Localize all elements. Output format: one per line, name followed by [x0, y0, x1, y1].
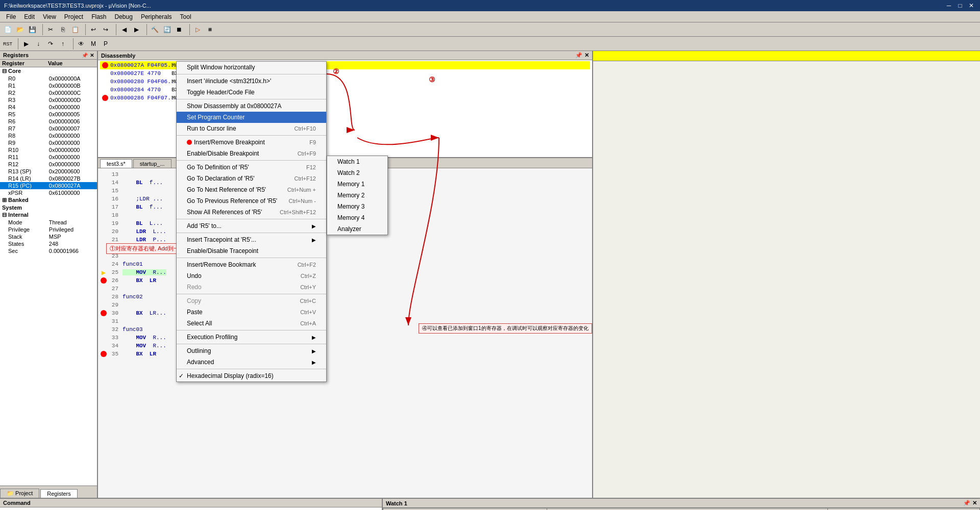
tab-test3s[interactable]: test3.s* — [100, 159, 132, 168]
undo-btn[interactable]: ↩ — [88, 24, 99, 35]
table-row[interactable]: R110x00000000 — [0, 154, 97, 161]
table-row[interactable]: Sec0.00001966 — [0, 247, 97, 254]
table-row[interactable]: R00x0000000A — [0, 75, 97, 82]
table-row[interactable]: PrivilegePrivileged — [0, 226, 97, 233]
nav-back-btn[interactable]: ◀ — [118, 24, 130, 35]
watch-dock-icon[interactable]: 📌 — [963, 500, 970, 506]
maximize-button[interactable]: □ — [955, 1, 965, 10]
ctx-goto-next-ref[interactable]: Go To Next Reference of 'R5' Ctrl+Num + — [177, 184, 326, 195]
ctx-goto-def[interactable]: Go To Definition of 'R5' F12 — [177, 162, 326, 173]
menu-edit[interactable]: Edit — [20, 12, 39, 21]
ctx-label: Show Disassembly at 0x0800027A — [187, 103, 281, 110]
menu-peripherals[interactable]: Peripherals — [137, 12, 176, 21]
run-btn[interactable]: ▶ — [20, 38, 32, 49]
menu-view[interactable]: View — [39, 12, 60, 21]
table-row[interactable]: R14 (LR)0x0800027B — [0, 175, 97, 182]
watch-btn[interactable]: 👁 — [76, 38, 87, 49]
table-row[interactable]: R120x00000000 — [0, 161, 97, 168]
disasm-close-icon[interactable]: ✕ — [584, 52, 589, 59]
ctx-insert-bp[interactable]: Insert/Remove Breakpoint F9 — [177, 137, 326, 148]
ctx-set-pc[interactable]: Set Program Counter — [177, 112, 326, 123]
nav-fwd-btn[interactable]: ▶ — [131, 24, 142, 35]
table-row-selected[interactable]: R15 (PC)0x0800027A — [0, 182, 97, 189]
open-btn[interactable]: 📂 — [14, 24, 26, 35]
table-row[interactable]: R50x00000005 — [0, 111, 97, 118]
build-btn[interactable]: 🔨 — [149, 24, 160, 35]
debug-start-btn[interactable]: ▷ — [192, 24, 203, 35]
ctx-label: Analyzer — [337, 225, 361, 233]
table-row[interactable]: ModeThread — [0, 219, 97, 226]
ctx-memory3[interactable]: Memory 3 — [327, 201, 387, 212]
new-file-btn[interactable]: 📄 — [2, 24, 13, 35]
step-over-btn[interactable]: ↷ — [45, 38, 56, 49]
ctx-insert-tracepoint[interactable]: Insert Tracepoint at 'R5'... — [177, 234, 326, 245]
ctx-enable-bp[interactable]: Enable/Disable Breakpoint Ctrl+F9 — [177, 148, 326, 159]
menu-debug[interactable]: Debug — [111, 12, 137, 21]
ctx-select-all[interactable]: Select All Ctrl+A — [177, 318, 326, 329]
table-row[interactable]: R30x0000000D — [0, 96, 97, 104]
ctx-insert-include[interactable]: Insert '#include <stm32f10x.h>' — [177, 75, 326, 87]
rebuild-btn[interactable]: 🔄 — [161, 24, 173, 35]
ctx-advanced[interactable]: Advanced — [177, 356, 326, 368]
watch-close-icon[interactable]: ✕ — [972, 500, 977, 506]
cut-btn[interactable]: ✂ — [45, 24, 56, 35]
step-btn[interactable]: ↓ — [33, 38, 44, 49]
menu-file[interactable]: File — [2, 12, 20, 21]
ctx-undo[interactable]: Undo Ctrl+Z — [177, 270, 326, 282]
debug-stop-btn[interactable]: ◾ — [204, 24, 215, 35]
table-row[interactable]: StackMSP — [0, 233, 97, 240]
table-row[interactable]: R100x00000000 — [0, 146, 97, 154]
ctx-analyzer[interactable]: Analyzer — [327, 223, 387, 235]
tab-project[interactable]: 📁 Project — [0, 489, 39, 498]
command-title: Command — [3, 500, 31, 506]
disasm-dock-icon[interactable]: 📌 — [575, 52, 582, 59]
menu-project[interactable]: Project — [60, 12, 87, 21]
menu-flash[interactable]: Flash — [87, 12, 110, 21]
save-btn[interactable]: 💾 — [27, 24, 38, 35]
redo-btn[interactable]: ↪ — [100, 24, 111, 35]
stop-btn[interactable]: ⏹ — [174, 24, 185, 35]
table-row[interactable]: R80x00000000 — [0, 132, 97, 139]
ctx-goto-decl[interactable]: Go To Declaration of 'R5' Ctrl+F12 — [177, 173, 326, 184]
ctx-paste[interactable]: Paste Ctrl+V — [177, 307, 326, 318]
table-row[interactable]: xPSR0x61000000 — [0, 189, 97, 196]
table-row[interactable]: R70x00000007 — [0, 125, 97, 132]
ctx-outlining[interactable]: Outlining — [177, 345, 326, 356]
ctx-watch2[interactable]: Watch 2 — [327, 167, 387, 178]
perf-btn[interactable]: P — [100, 38, 111, 49]
table-row[interactable]: R10x0000000B — [0, 82, 97, 89]
ctx-goto-prev-ref[interactable]: Go To Previous Reference of 'R5' Ctrl+Nu… — [177, 195, 326, 207]
ctx-hex-display[interactable]: ✓ Hexadecimal Display (radix=16) — [177, 370, 326, 381]
ctx-run-cursor[interactable]: Run to Cursor line Ctrl+F10 — [177, 123, 326, 134]
ctx-exec-profiling[interactable]: Execution Profiling — [177, 332, 326, 343]
close-button[interactable]: ✕ — [967, 1, 976, 10]
mem-btn[interactable]: M — [88, 38, 99, 49]
ctx-watch1[interactable]: Watch 1 — [327, 156, 387, 167]
step-out-btn[interactable]: ↑ — [57, 38, 68, 49]
ctx-memory4[interactable]: Memory 4 — [327, 212, 387, 223]
menu-tool[interactable]: Tool — [176, 12, 195, 21]
ctx-toggle-header[interactable]: Toggle Header/Code File — [177, 87, 326, 98]
tab-registers[interactable]: Registers — [40, 489, 77, 498]
ctx-memory1[interactable]: Memory 1 — [327, 178, 387, 190]
table-row[interactable]: R40x00000000 — [0, 104, 97, 111]
ctx-show-disasm[interactable]: Show Disassembly at 0x0800027A — [177, 100, 326, 112]
reg-pin-icon[interactable]: 📌 — [82, 53, 88, 58]
ctx-show-all-refs[interactable]: Show All References of 'R5' Ctrl+Shift+F… — [177, 207, 326, 218]
ctx-memory2[interactable]: Memory 2 — [327, 190, 387, 201]
table-row[interactable]: R13 (SP)0x20000600 — [0, 168, 97, 175]
ctx-enable-tracepoint[interactable]: Enable/Disable Tracepoint — [177, 245, 326, 257]
table-row[interactable]: R60x00000006 — [0, 118, 97, 125]
table-row[interactable]: R90x00000000 — [0, 139, 97, 146]
tab-startup[interactable]: startup_... — [133, 159, 172, 168]
reset-btn[interactable]: RST — [2, 38, 13, 49]
copy-btn[interactable]: ⎘ — [57, 24, 68, 35]
reg-close-icon[interactable]: ✕ — [90, 53, 94, 58]
minimize-button[interactable]: ─ — [944, 1, 953, 10]
ctx-add-r5[interactable]: Add 'R5' to... — [177, 220, 326, 232]
ctx-insert-bookmark[interactable]: Insert/Remove Bookmark Ctrl+F2 — [177, 259, 326, 270]
ctx-split-window[interactable]: Split Window horizontally — [177, 62, 326, 73]
table-row[interactable]: States248 — [0, 240, 97, 247]
table-row[interactable]: R20x0000000C — [0, 89, 97, 96]
paste-btn[interactable]: 📋 — [69, 24, 81, 35]
